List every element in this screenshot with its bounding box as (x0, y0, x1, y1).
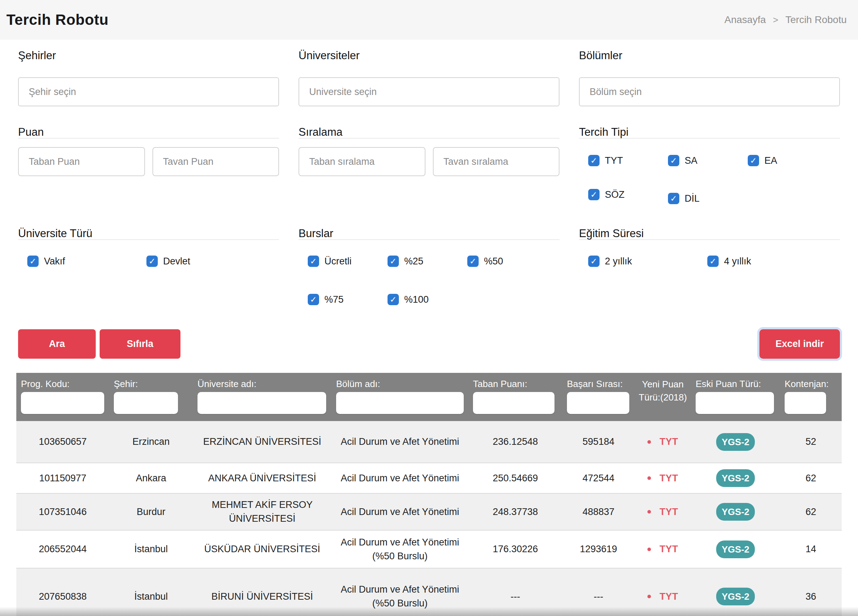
checkbox-item-tyt[interactable]: TYT (588, 155, 668, 166)
burs100-checkbox-label[interactable]: %100 (404, 294, 429, 305)
checkbox-item-burs100[interactable]: %100 (387, 294, 467, 305)
taban-siralama-input[interactable] (298, 147, 426, 176)
vakif-checkbox-label[interactable]: Vakıf (44, 256, 65, 267)
cell-kontenjan: 62 (780, 472, 842, 485)
breadcrumb-home-link[interactable]: Anasayfa (724, 14, 766, 25)
cell-yeni-puan-turu: TYT (635, 435, 691, 449)
burs50-checkbox-label[interactable]: %50 (484, 256, 503, 267)
cell-kontenjan: 62 (780, 505, 842, 519)
bolum-select-input[interactable] (579, 77, 840, 106)
iki-yillik-checkbox-label[interactable]: 2 yıllık (605, 256, 632, 267)
filter-universite-turu: Üniversite Türü Vakıf Devlet (18, 227, 279, 305)
eski-puan-turu-filter-input[interactable] (696, 392, 774, 414)
devlet-checkbox[interactable] (146, 256, 158, 267)
cell-prog-kodu: 207650838 (16, 590, 109, 604)
cell-basari-sirasi: 488837 (562, 505, 635, 519)
dort-yillik-checkbox-label[interactable]: 4 yıllık (724, 256, 751, 267)
devlet-checkbox-label[interactable]: Devlet (163, 256, 190, 267)
prog-kodu-filter-input[interactable] (21, 392, 104, 414)
yeni-puan-turu-value: TYT (659, 435, 678, 449)
burs50-checkbox[interactable] (467, 256, 479, 267)
checkbox-item-sa[interactable]: SA (668, 155, 748, 166)
burs75-checkbox[interactable] (308, 294, 319, 305)
breadcrumb-current[interactable]: Tercih Robotu (785, 14, 847, 25)
cell-bolum: Acil Durum ve Afet Yönetimi (341, 506, 459, 517)
checkbox-item-dil[interactable]: DİL (668, 193, 748, 204)
checkbox-item-2yillik[interactable]: 2 yıllık (588, 256, 707, 267)
filter-siralama: Sıralama (298, 126, 560, 200)
cell-taban-puani: 236.12548 (468, 435, 562, 449)
checkbox-item-soz[interactable]: SÖZ (588, 189, 668, 200)
ea-checkbox[interactable] (748, 155, 759, 166)
soz-checkbox[interactable] (588, 189, 600, 200)
sehir-filter-input[interactable] (114, 392, 178, 414)
filter-tercih-tipi: Tercih Tipi TYT SA EA SÖZ (579, 126, 840, 200)
iki-yillik-checkbox[interactable] (588, 256, 600, 267)
ucretli-checkbox-label[interactable]: Ücretli (325, 256, 352, 267)
sehir-select-input[interactable] (18, 77, 279, 106)
checkbox-item-4yillik[interactable]: 4 yıllık (707, 256, 827, 267)
yeni-puan-turu-value: TYT (659, 505, 678, 519)
ara-button[interactable]: Ara (18, 329, 96, 359)
tavan-puan-input[interactable] (152, 147, 280, 176)
burs25-checkbox-label[interactable]: %25 (404, 256, 423, 267)
ucretli-checkbox[interactable] (308, 256, 319, 267)
cell-sehir: Erzincan (109, 435, 193, 449)
dil-checkbox-label[interactable]: DİL (685, 193, 699, 204)
col-bolum-adi-label: Bölüm adı: (336, 378, 468, 390)
checkbox-item-vakif[interactable]: Vakıf (27, 256, 146, 267)
vakif-checkbox[interactable] (27, 256, 39, 267)
burs100-checkbox[interactable] (387, 294, 399, 305)
dort-yillik-checkbox[interactable] (707, 256, 719, 267)
sa-checkbox-label[interactable]: SA (685, 155, 697, 166)
cell-kontenjan: 14 (780, 542, 842, 556)
cell-basari-sirasi: 1293619 (562, 542, 635, 556)
soz-checkbox-label[interactable]: SÖZ (605, 189, 625, 200)
bullet-dot-icon (647, 440, 651, 444)
sa-checkbox[interactable] (668, 155, 679, 166)
checkbox-item-ea[interactable]: EA (748, 155, 827, 166)
tyt-checkbox[interactable] (588, 155, 600, 166)
cell-yeni-puan-turu: TYT (635, 472, 691, 485)
eski-puan-turu-badge: YGS-2 (716, 469, 754, 487)
cell-yeni-puan-turu: TYT (635, 590, 691, 604)
burs25-checkbox[interactable] (387, 256, 399, 267)
table-row: 103650657 Erzincan ERZİNCAN ÜNİVERSİTESİ… (16, 421, 842, 462)
ea-checkbox-label[interactable]: EA (765, 155, 777, 166)
filter-egitim-suresi: Eğitim Süresi 2 yıllık 4 yıllık (579, 227, 840, 305)
eski-puan-turu-badge: YGS-2 (716, 433, 754, 451)
checkbox-item-burs75[interactable]: %75 (308, 294, 387, 305)
top-bar: Tercih Robotu Anasayfa > Tercih Robotu (0, 0, 858, 40)
universite-adi-filter-input[interactable] (197, 392, 326, 414)
eski-puan-turu-badge: YGS-2 (716, 503, 754, 521)
basari-sirasi-filter-input[interactable] (567, 392, 630, 414)
tavan-siralama-input[interactable] (433, 147, 560, 176)
tyt-checkbox-label[interactable]: TYT (605, 155, 623, 166)
sifirla-button[interactable]: Sıfırla (99, 329, 180, 359)
taban-puan-input[interactable] (18, 147, 145, 176)
checkbox-item-ucretli[interactable]: Ücretli (308, 256, 387, 267)
bullet-dot-icon (647, 476, 651, 480)
cell-bolum: Acil Durum ve Afet Yönetimi (333, 535, 467, 549)
cell-taban-puani: 250.54669 (468, 472, 562, 485)
cell-prog-kodu: 101150977 (16, 472, 109, 485)
universite-select-input[interactable] (298, 77, 560, 106)
checkbox-item-devlet[interactable]: Devlet (146, 256, 266, 267)
checkbox-item-burs50[interactable]: %50 (467, 256, 547, 267)
cell-universite: MEHMET AKİF ERSOY ÜNİVERSİTESİ (193, 498, 331, 526)
siralama-label: Sıralama (298, 126, 560, 138)
taban-puani-filter-input[interactable] (473, 392, 555, 414)
dil-checkbox[interactable] (668, 193, 679, 204)
bullet-dot-icon (647, 548, 651, 551)
cell-bolum: Acil Durum ve Afet Yönetimi (341, 436, 459, 447)
burs75-checkbox-label[interactable]: %75 (325, 294, 344, 305)
eski-puan-turu-badge: YGS-2 (716, 588, 754, 605)
breadcrumb-separator-icon: > (773, 14, 778, 25)
table-header: Prog. Kodu: Şehir: Üniversite adı: Bölüm… (16, 373, 842, 421)
bolumler-label: Bölümler (579, 49, 840, 62)
col-taban-puani-label: Taban Puanı: (473, 378, 562, 390)
kontenjan-filter-input[interactable] (785, 392, 826, 414)
bolum-adi-filter-input[interactable] (336, 392, 464, 414)
excel-indir-button[interactable]: Excel indir (759, 329, 840, 359)
checkbox-item-burs25[interactable]: %25 (387, 256, 467, 267)
